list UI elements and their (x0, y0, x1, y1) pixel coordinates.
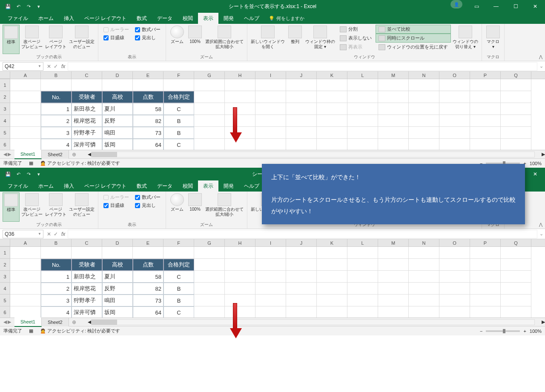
selectall-corner[interactable] (0, 239, 10, 246)
col-header[interactable]: C (72, 239, 102, 246)
cell[interactable] (347, 247, 378, 259)
sheet-tab-1[interactable]: Sheet1 (14, 318, 42, 327)
col-header[interactable]: K (317, 72, 347, 79)
cell[interactable]: 夏川 (102, 271, 133, 283)
cancel-fx-icon[interactable]: ✕ (47, 63, 51, 69)
row-header[interactable]: 1 (0, 79, 10, 91)
cell[interactable] (102, 79, 133, 91)
cell[interactable]: No. (41, 91, 72, 103)
cell[interactable] (439, 283, 470, 295)
cell[interactable] (194, 271, 225, 283)
cell[interactable] (501, 306, 531, 318)
cell[interactable] (164, 79, 194, 91)
formulabar-checkbox[interactable]: 数式バー (135, 194, 161, 200)
headings-checkbox[interactable]: 見出し (135, 202, 161, 209)
col-header[interactable]: I (255, 72, 286, 79)
expand-fx-icon[interactable]: ⌄ (537, 231, 545, 237)
namebox-input[interactable]: Q36▼ (3, 230, 43, 238)
tab-pagelayout[interactable]: ページ レイアウト (79, 13, 132, 24)
cell[interactable] (286, 79, 317, 91)
cell[interactable]: 狩野孝子 (72, 127, 102, 139)
cell[interactable]: 73 (133, 127, 164, 139)
sheet-tab-1[interactable]: Sheet1 (14, 150, 42, 159)
cell[interactable] (501, 139, 531, 150)
cell[interactable] (255, 127, 286, 139)
cell[interactable] (10, 115, 41, 127)
cell[interactable] (470, 247, 501, 259)
cell[interactable]: 深井可憐 (72, 139, 102, 150)
cell[interactable]: 3 (41, 295, 72, 306)
sheet-tab-2[interactable]: Sheet2 (42, 318, 69, 326)
cell[interactable] (255, 247, 286, 259)
cell[interactable] (501, 283, 531, 295)
cell[interactable]: 根岸悠花 (72, 115, 102, 127)
cell[interactable] (470, 79, 501, 91)
cell[interactable] (255, 115, 286, 127)
cell[interactable] (41, 247, 72, 259)
row-header[interactable]: 2 (0, 91, 10, 103)
cell[interactable] (255, 139, 286, 150)
cell[interactable] (225, 247, 255, 259)
sidebyside-button[interactable]: 並べて比較 (376, 25, 451, 34)
tab-view[interactable]: 表示 (198, 180, 218, 192)
cell[interactable] (194, 139, 225, 150)
tab-review[interactable]: 校閲 (178, 180, 198, 192)
zoom-button[interactable]: ズーム (169, 192, 186, 222)
cell[interactable]: C (164, 103, 194, 115)
worksheet-grid[interactable]: ABCDEFGHIJKLMNOPQ12No.受験者高校点数合格判定31新田恭之夏… (0, 239, 545, 318)
cell[interactable] (501, 271, 531, 283)
col-header[interactable]: C (72, 72, 102, 79)
cell[interactable] (470, 283, 501, 295)
cell[interactable]: 高校 (102, 259, 133, 271)
col-header[interactable]: B (41, 72, 72, 79)
cell[interactable]: 4 (41, 306, 72, 318)
cell[interactable] (317, 127, 347, 139)
col-header[interactable]: D (102, 72, 133, 79)
redo-icon[interactable]: ↷ (24, 2, 33, 11)
cell[interactable] (133, 79, 164, 91)
cell[interactable] (194, 247, 225, 259)
add-sheet-icon[interactable]: ⊕ (69, 319, 79, 325)
col-header[interactable]: A (10, 239, 41, 246)
cell[interactable]: 点数 (133, 259, 164, 271)
cell[interactable] (378, 271, 409, 283)
col-header[interactable]: M (378, 239, 409, 246)
cell[interactable] (439, 295, 470, 306)
cell[interactable] (439, 271, 470, 283)
macros-button[interactable]: マクロ ▾ (485, 25, 502, 54)
cell[interactable] (286, 259, 317, 271)
col-header[interactable]: I (255, 239, 286, 246)
cell[interactable]: 点数 (133, 91, 164, 103)
cell[interactable] (439, 115, 470, 127)
cell[interactable] (409, 295, 439, 306)
col-header[interactable]: O (439, 239, 470, 246)
headings-checkbox[interactable]: 見出し (135, 34, 161, 41)
cell[interactable]: 73 (133, 295, 164, 306)
cell[interactable] (501, 91, 531, 103)
chevron-down-icon[interactable]: ▼ (38, 64, 41, 68)
zoom100-button[interactable]: 100% (186, 192, 204, 222)
cell[interactable] (470, 127, 501, 139)
cell[interactable] (225, 283, 255, 295)
col-header[interactable]: B (41, 239, 72, 246)
cell[interactable] (72, 247, 102, 259)
cancel-fx-icon[interactable]: ✕ (47, 231, 51, 237)
col-header[interactable]: N (409, 239, 439, 246)
undo-icon[interactable]: ↶ (14, 2, 23, 11)
cell[interactable] (225, 271, 255, 283)
cell[interactable] (347, 306, 378, 318)
cell[interactable] (102, 247, 133, 259)
cell[interactable] (10, 295, 41, 306)
row-header[interactable]: 2 (0, 259, 10, 271)
cell[interactable] (378, 103, 409, 115)
tab-help[interactable]: ヘルプ (239, 13, 264, 24)
cell[interactable] (286, 91, 317, 103)
col-header[interactable]: E (133, 239, 164, 246)
qat-customize-icon[interactable]: ▾ (34, 169, 43, 179)
cell[interactable] (317, 295, 347, 306)
cell[interactable] (501, 79, 531, 91)
cell[interactable]: 鳴田 (102, 127, 133, 139)
cell[interactable] (317, 115, 347, 127)
switchwindow-button[interactable]: ウィンドウの 切り替え ▾ (452, 25, 479, 54)
user-avatar-icon[interactable]: 👤 (450, 0, 462, 9)
